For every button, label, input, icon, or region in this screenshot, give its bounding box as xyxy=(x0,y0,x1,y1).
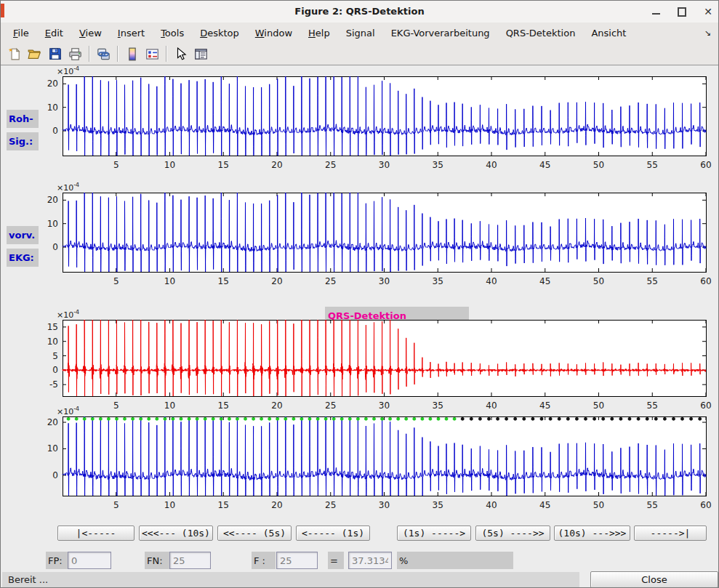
close-button[interactable]: Close xyxy=(590,571,718,588)
svg-text:0: 0 xyxy=(52,242,58,252)
menu-desktop[interactable]: Desktop xyxy=(192,24,247,42)
svg-text:10: 10 xyxy=(47,443,58,454)
svg-text:15: 15 xyxy=(218,160,229,170)
nav-back-1s-button[interactable]: <----- (1s) xyxy=(296,525,370,541)
svg-text:20: 20 xyxy=(47,195,58,205)
svg-text:20: 20 xyxy=(47,78,58,89)
svg-text:15: 15 xyxy=(47,322,58,332)
window-title: Figure 2: QRS-Detektion xyxy=(1,6,718,17)
save-icon[interactable] xyxy=(46,45,64,63)
svg-text:45: 45 xyxy=(539,160,550,170)
nav-to-end-button[interactable]: ----->| xyxy=(634,525,707,541)
svg-text:35: 35 xyxy=(433,160,443,170)
svg-text:30: 30 xyxy=(379,276,390,286)
nav-forward-10s-button[interactable]: (10s) --->>> xyxy=(554,525,630,541)
property-editor-icon[interactable] xyxy=(192,45,210,63)
menu-edit[interactable]: Edit xyxy=(37,24,71,42)
nav-back-10s-button[interactable]: <<<--- (10s) xyxy=(139,525,213,541)
fp-label: FP: xyxy=(46,552,68,569)
svg-text:0: 0 xyxy=(52,365,58,375)
plot-vorverarbeitetes-ekg: 5101520253035404550556001020×10-4 xyxy=(33,182,717,291)
svg-text:35: 35 xyxy=(433,276,443,286)
menu-tools[interactable]: Tools xyxy=(153,24,192,42)
svg-text:55: 55 xyxy=(647,276,658,286)
svg-text:40: 40 xyxy=(486,160,497,170)
status-text: Bereit ... xyxy=(2,572,579,587)
svg-text:30: 30 xyxy=(379,160,390,170)
svg-text:10: 10 xyxy=(164,500,175,510)
svg-text:10: 10 xyxy=(164,160,175,170)
svg-text:45: 45 xyxy=(539,276,550,286)
menu-help[interactable]: Help xyxy=(300,24,338,42)
fp-input[interactable] xyxy=(68,552,111,569)
svg-text:50: 50 xyxy=(593,276,604,286)
fn-label: FN: xyxy=(145,552,169,569)
menu-ekg-vorverarbeitung[interactable]: EKG-Vorverarbeitung xyxy=(383,24,498,42)
open-folder-icon[interactable] xyxy=(25,45,44,63)
svg-text:0: 0 xyxy=(52,126,58,136)
svg-text:35: 35 xyxy=(433,500,443,510)
svg-text:40: 40 xyxy=(486,276,497,286)
nav-to-start-button[interactable]: |<----- xyxy=(57,525,134,541)
nav-forward-1s-button[interactable]: (1s) -----> xyxy=(397,525,471,541)
menu-file[interactable]: File xyxy=(5,24,37,42)
menu-insert[interactable]: Insert xyxy=(110,24,153,42)
toolbar-separator xyxy=(117,46,119,62)
colorbar-icon[interactable] xyxy=(123,45,141,63)
svg-text:55: 55 xyxy=(647,160,658,170)
menu-overflow-icon[interactable]: ↘ xyxy=(704,28,714,38)
svg-text:10: 10 xyxy=(47,337,58,347)
percent-label: % xyxy=(397,552,513,569)
svg-text:5: 5 xyxy=(113,500,119,510)
svg-text:10: 10 xyxy=(47,219,58,229)
nav-back-5s-button[interactable]: <<---- (5s) xyxy=(217,525,292,541)
plot-roh-signal: 5101520253035404550556001020×10-4 xyxy=(33,66,717,174)
equals-label: = xyxy=(328,552,344,569)
minimize-button[interactable] xyxy=(651,7,660,16)
svg-text:×10-4: ×10-4 xyxy=(57,182,79,193)
figure-toolbar xyxy=(1,43,718,65)
menubar: File Edit View Insert Tools Desktop Wind… xyxy=(1,23,718,44)
svg-text:×10-4: ×10-4 xyxy=(57,310,79,320)
legend-icon[interactable] xyxy=(143,45,161,63)
toolbar-separator xyxy=(166,46,167,62)
svg-text:5: 5 xyxy=(52,351,58,361)
fn-input[interactable] xyxy=(169,552,211,569)
svg-text:20: 20 xyxy=(47,417,58,427)
menu-signal[interactable]: Signal xyxy=(338,24,383,42)
svg-text:25: 25 xyxy=(325,160,336,170)
svg-text:×10-4: ×10-4 xyxy=(57,66,79,76)
link-plots-icon[interactable] xyxy=(95,45,113,63)
svg-text:60: 60 xyxy=(700,276,711,286)
f-input[interactable] xyxy=(276,552,318,569)
pointer-icon[interactable] xyxy=(172,45,190,63)
svg-text:0: 0 xyxy=(52,470,58,480)
menu-ansicht[interactable]: Ansicht xyxy=(583,24,634,42)
svg-text:40: 40 xyxy=(486,500,497,510)
svg-text:55: 55 xyxy=(647,500,658,510)
svg-text:10: 10 xyxy=(47,102,58,113)
maximize-button[interactable] xyxy=(678,7,686,16)
svg-text:45: 45 xyxy=(539,500,550,510)
menu-qrs-detektion[interactable]: QRS-Detektion xyxy=(498,24,584,42)
svg-text:50: 50 xyxy=(593,500,604,510)
svg-text:15: 15 xyxy=(218,500,229,510)
svg-text:5: 5 xyxy=(113,160,119,170)
result-input[interactable] xyxy=(348,552,392,569)
svg-text:60: 60 xyxy=(700,500,711,510)
figure-window: Figure 2: QRS-Detektion ✕ File Edit View… xyxy=(0,0,719,588)
plot-detektion-markers: 5101520253035404550556001020×10-4 xyxy=(33,406,717,515)
close-window-button[interactable]: ✕ xyxy=(704,7,712,16)
svg-text:5: 5 xyxy=(113,276,119,286)
svg-text:20: 20 xyxy=(271,160,282,170)
svg-text:25: 25 xyxy=(325,276,336,286)
toolbar-separator xyxy=(89,46,90,62)
print-icon[interactable] xyxy=(66,45,84,63)
nav-forward-5s-button[interactable]: (5s) ---->> xyxy=(475,525,550,541)
svg-text:15: 15 xyxy=(218,276,229,286)
menu-view[interactable]: View xyxy=(71,24,110,42)
svg-text:30: 30 xyxy=(379,500,390,510)
new-document-icon[interactable] xyxy=(5,45,23,63)
menu-window[interactable]: Window xyxy=(247,24,300,42)
svg-text:×10-4: ×10-4 xyxy=(57,406,79,416)
